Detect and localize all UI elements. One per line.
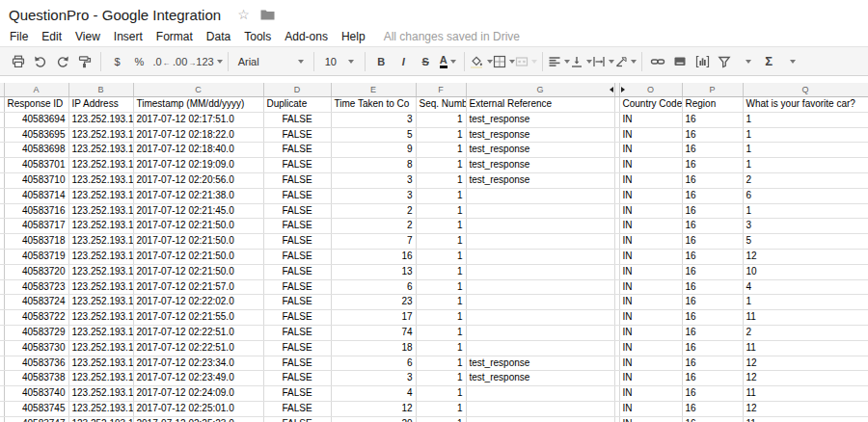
cell[interactable]: test_response	[466, 158, 614, 173]
insert-chart-icon[interactable]	[692, 50, 714, 73]
cell[interactable]: 1	[416, 340, 466, 356]
cell[interactable]: test_response	[466, 356, 614, 371]
menu-edit[interactable]: Edit	[35, 30, 68, 43]
cell[interactable]: FALSE	[263, 158, 331, 173]
cell[interactable]: 12	[743, 356, 868, 371]
cell[interactable]: 16	[682, 386, 743, 402]
cell[interactable]: 1	[416, 172, 466, 188]
cell[interactable]: 2	[743, 172, 868, 188]
cell[interactable]: FALSE	[263, 279, 331, 295]
cell[interactable]: FALSE	[263, 127, 331, 143]
cell[interactable]: 5	[331, 127, 416, 143]
cell[interactable]: 4	[743, 279, 868, 295]
cell[interactable]: 16	[682, 234, 743, 250]
cell[interactable]: 123.252.193.148	[68, 112, 133, 127]
cell[interactable]: 1	[416, 143, 466, 158]
cell[interactable]: 40583695	[4, 127, 68, 143]
cell[interactable]	[466, 203, 614, 219]
functions-button[interactable]: Σ	[758, 50, 780, 73]
cell[interactable]: 2017-07-12 02:21:50.0	[133, 249, 263, 264]
menu-insert[interactable]: Insert	[107, 30, 149, 43]
borders-button[interactable]	[493, 50, 515, 73]
cell[interactable]: 6	[331, 356, 416, 371]
cell[interactable]	[466, 188, 614, 203]
cell[interactable]: 123.252.193.148	[68, 188, 133, 203]
cell[interactable]: 40583747	[4, 416, 68, 422]
cell[interactable]: 40583694	[4, 112, 68, 127]
cell[interactable]: 123.252.193.148	[68, 219, 133, 234]
column-header-e[interactable]: E	[331, 83, 416, 97]
cell[interactable]: 2017-07-12 02:23:34.0	[133, 356, 263, 371]
cell[interactable]: 2017-07-12 02:21:38.0	[133, 188, 263, 203]
column-header-b[interactable]: B	[68, 83, 133, 97]
cell[interactable]: 1	[416, 203, 466, 219]
cell[interactable]	[466, 295, 614, 310]
font-family-select[interactable]: Arial	[233, 50, 309, 73]
insert-link-icon[interactable]	[647, 50, 669, 73]
cell[interactable]: 123.252.193.148	[68, 249, 133, 264]
cell[interactable]: 1	[416, 127, 466, 143]
cell[interactable]: 1	[416, 371, 466, 386]
cell[interactable]: 12	[743, 249, 868, 264]
filter-views-dropdown[interactable]	[736, 50, 758, 73]
cell[interactable]: 7	[331, 234, 416, 250]
cell[interactable]	[466, 234, 614, 250]
cell[interactable]: IN	[619, 340, 682, 356]
cell[interactable]: 123.252.193.148	[68, 371, 133, 386]
cell[interactable]: 40583730	[4, 340, 68, 356]
cell[interactable]: 16	[682, 371, 743, 386]
decrease-decimal-button[interactable]: .0←	[150, 50, 173, 73]
cell[interactable]: 123.252.193.148	[68, 401, 133, 416]
cell[interactable]	[466, 219, 614, 234]
cell[interactable]: 18	[331, 340, 416, 356]
cell[interactable]: 11	[743, 386, 868, 402]
cell[interactable]: IN	[619, 158, 682, 173]
cell[interactable]: FALSE	[263, 112, 331, 127]
cell[interactable]: FALSE	[263, 371, 331, 386]
cell[interactable]: 12	[331, 401, 416, 416]
cell[interactable]: 1	[416, 401, 466, 416]
cell[interactable]: 1	[416, 249, 466, 264]
increase-decimal-button[interactable]: .00→	[173, 50, 196, 73]
cell[interactable]: IN	[619, 325, 682, 340]
cell[interactable]	[466, 401, 614, 416]
cell[interactable]	[466, 264, 614, 279]
column-header-o[interactable]: O	[619, 83, 682, 97]
header-cell[interactable]: Response ID	[4, 97, 68, 113]
cell[interactable]: IN	[619, 295, 682, 310]
cell[interactable]: 16	[682, 264, 743, 279]
cell[interactable]: FALSE	[263, 172, 331, 188]
cell[interactable]: 1	[416, 279, 466, 295]
cell[interactable]: 16	[682, 325, 743, 340]
cell[interactable]: 4	[331, 386, 416, 402]
cell[interactable]: 3	[743, 219, 868, 234]
header-cell[interactable]: What is your favorite car?	[743, 97, 868, 113]
cell[interactable]: FALSE	[263, 234, 331, 250]
cell[interactable]	[466, 310, 614, 326]
cell[interactable]: FALSE	[263, 295, 331, 310]
cell[interactable]: 16	[682, 249, 743, 264]
cell[interactable]: 2017-07-12 02:25:23.0	[133, 416, 263, 422]
cell[interactable]: FALSE	[263, 203, 331, 219]
cell[interactable]: 74	[331, 325, 416, 340]
cell[interactable]: 123.252.193.148	[68, 127, 133, 143]
cell[interactable]: 6	[743, 188, 868, 203]
cell[interactable]: 12	[743, 401, 868, 416]
cell[interactable]: 1	[743, 295, 868, 310]
cell[interactable]: 40583745	[4, 401, 68, 416]
cell[interactable]: test_response	[466, 172, 614, 188]
menu-help[interactable]: Help	[335, 30, 372, 43]
strikethrough-button[interactable]: S	[415, 50, 437, 73]
cell[interactable]: 1	[416, 112, 466, 127]
cell[interactable]: 9	[331, 143, 416, 158]
column-header-q[interactable]: Q	[743, 83, 868, 97]
format-currency-button[interactable]: $	[106, 50, 128, 73]
cell[interactable]: FALSE	[263, 310, 331, 326]
cell[interactable]: 123.252.193.148	[68, 264, 133, 279]
column-header-g[interactable]: G	[466, 83, 614, 97]
cell[interactable]: 1	[416, 188, 466, 203]
filter-icon[interactable]	[714, 50, 736, 73]
cell[interactable]: IN	[619, 386, 682, 402]
cell[interactable]: FALSE	[263, 249, 331, 264]
cell[interactable]: 2017-07-12 02:17:51.0	[133, 112, 263, 127]
